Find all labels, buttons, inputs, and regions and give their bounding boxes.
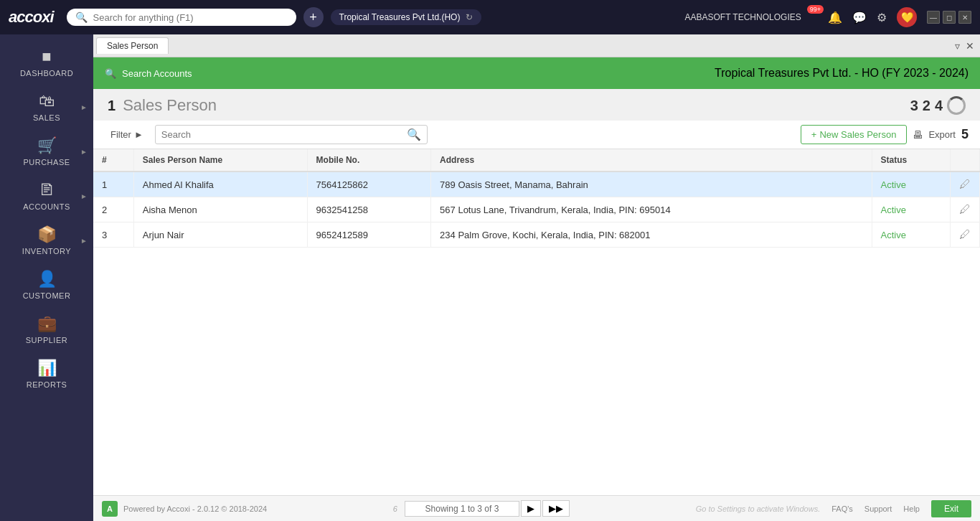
export-button[interactable]: Export <box>928 129 956 140</box>
search-icon: 🔍 <box>407 128 421 141</box>
sidebar-item-label: REPORTS <box>27 380 67 389</box>
pagination: Showing 1 to 3 of 3 ▶ ▶▶ <box>405 500 570 517</box>
close-window-button[interactable]: ✕ <box>958 11 971 24</box>
next-page-button[interactable]: ▶ <box>521 500 541 517</box>
cell-address: 234 Palm Grove, Kochi, Kerala, India, PI… <box>431 222 872 248</box>
new-sales-person-label: New Sales Person <box>819 129 896 140</box>
new-sales-person-button[interactable]: + New Sales Person <box>801 125 908 144</box>
num1-label: 1 <box>108 98 116 114</box>
edit-icon[interactable]: 🖊 <box>959 203 971 215</box>
print-button[interactable]: 🖶 <box>913 129 923 141</box>
company-info: Tropical Treasures Pvt Ltd. - HO (FY 202… <box>715 67 969 80</box>
chevron-right-icon: ► <box>80 103 88 111</box>
sidebar-item-supplier[interactable]: 💼 SUPPLIER <box>0 307 93 352</box>
col-mobile: Mobile No. <box>307 149 431 172</box>
supplier-icon: 💼 <box>37 314 57 333</box>
sidebar-item-label: CUSTOMER <box>23 291 71 300</box>
cell-action[interactable]: 🖊 <box>951 222 980 248</box>
cell-status: Active <box>872 197 950 222</box>
cell-action[interactable]: 🖊 <box>951 197 980 222</box>
search-accounts-label: Search Accounts <box>122 68 192 79</box>
table-row[interactable]: 1 Ahmed Al Khalifa 7564125862 789 Oasis … <box>93 172 980 197</box>
sidebar-item-purchase[interactable]: 🛒 PURCHASE ► <box>0 129 93 174</box>
cell-mobile: 9652412589 <box>307 222 431 248</box>
cell-mobile: 9632541258 <box>307 197 431 222</box>
page-section-flex: 1 Sales Person 3 2 4 <box>108 96 966 115</box>
restore-button[interactable]: ◻ <box>943 11 956 24</box>
page-section: 1 Sales Person 3 2 4 <box>93 89 980 121</box>
edit-icon[interactable]: 🖊 <box>959 178 971 190</box>
cell-num: 3 <box>93 222 133 248</box>
cell-status: Active <box>872 172 950 197</box>
chat-icon[interactable]: 💬 <box>852 11 867 24</box>
col-status: Status <box>872 149 950 172</box>
accounts-icon: 🖹 <box>39 181 55 200</box>
sales-person-table: # Sales Person Name Mobile No. Address S… <box>93 149 980 248</box>
powered-logo: A <box>102 501 118 517</box>
notification-count: 99+ <box>807 5 824 14</box>
search-input[interactable] <box>93 12 288 23</box>
gear-icon[interactable]: ⚙ <box>877 11 887 24</box>
customer-icon: 👤 <box>37 270 57 288</box>
search-icon: 🔍 <box>75 11 88 23</box>
avatar[interactable]: 💛 <box>897 7 917 27</box>
sidebar-item-inventory[interactable]: 📦 INVENTORY ► <box>0 218 93 263</box>
num4-label: 4 <box>935 98 943 114</box>
tab-actions: ▿ ✕ <box>955 40 980 52</box>
support-link[interactable]: Support <box>864 504 892 513</box>
refresh-icon[interactable]: ↻ <box>466 12 473 22</box>
add-button[interactable]: + <box>303 7 324 27</box>
global-search-bar[interactable]: 🔍 <box>67 9 296 26</box>
pin-tab-button[interactable]: ▿ <box>955 40 960 52</box>
help-link[interactable]: Help <box>903 504 920 513</box>
pagination-info: Showing 1 to 3 of 3 <box>405 501 519 517</box>
topbar-right: AABASOFT TECHNOLOGIES 99+ 🔔 💬 ⚙ 💛 — ◻ ✕ <box>684 7 971 27</box>
sidebar-item-sales[interactable]: 🛍 SALES ► <box>0 85 93 129</box>
close-tab-button[interactable]: ✕ <box>966 40 974 52</box>
table-row[interactable]: 3 Arjun Nair 9652412589 234 Palm Grove, … <box>93 222 980 248</box>
col-name: Sales Person Name <box>133 149 307 172</box>
toolbar-search-input[interactable] <box>161 129 402 140</box>
powered-by: A Powered by Accoxi - 2.0.12 © 2018-2024 <box>102 501 267 517</box>
chevron-right-icon: ► <box>80 148 88 156</box>
topbar: accoxi 🔍 + Tropical Treasures Pvt Ltd.(H… <box>0 0 980 34</box>
inventory-icon: 📦 <box>37 225 57 244</box>
sidebar-item-label: INVENTORY <box>22 247 71 255</box>
bell-icon[interactable]: 🔔 <box>828 11 842 24</box>
col-action <box>951 149 980 172</box>
sidebar-item-reports[interactable]: 📊 REPORTS <box>0 352 93 396</box>
sidebar-item-accounts[interactable]: 🖹 ACCOUNTS ► <box>0 174 93 218</box>
cell-action[interactable]: 🖊 <box>951 172 980 197</box>
cell-mobile: 7564125862 <box>307 172 431 197</box>
chevron-right-icon: ► <box>80 237 88 245</box>
tab-sales-person[interactable]: Sales Person <box>96 37 169 54</box>
toolbar: Filter ► 🔍 + New Sales Person 🖶 Export 5 <box>93 121 980 149</box>
edit-icon[interactable]: 🖊 <box>959 228 971 240</box>
filter-button[interactable]: Filter ► <box>105 126 149 143</box>
company-pill[interactable]: Tropical Treasures Pvt Ltd.(HO) ↻ <box>331 9 482 25</box>
cell-name: Aisha Menon <box>133 197 307 222</box>
sidebar-item-label: PURCHASE <box>23 158 70 166</box>
sidebar-item-label: DASHBOARD <box>20 69 73 78</box>
refresh-circle-icon[interactable] <box>947 96 966 115</box>
chevron-right-icon: ► <box>134 129 143 140</box>
filter-label: Filter <box>110 129 131 140</box>
sidebar-item-label: ACCOUNTS <box>23 202 70 211</box>
col-address: Address <box>431 149 872 172</box>
cell-name: Arjun Nair <box>133 222 307 248</box>
company-name: Tropical Treasures Pvt Ltd.(HO) <box>339 12 461 22</box>
faqs-link[interactable]: FAQ's <box>831 504 853 513</box>
sidebar-item-customer[interactable]: 👤 CUSTOMER <box>0 263 93 307</box>
sidebar-item-dashboard[interactable]: ■ DASHBOARD <box>0 40 93 85</box>
last-page-button[interactable]: ▶▶ <box>542 500 570 517</box>
tab-bar: Sales Person ▿ ✕ <box>93 34 980 57</box>
table-row[interactable]: 2 Aisha Menon 9632541258 567 Lotus Lane,… <box>93 197 980 222</box>
exit-button[interactable]: Exit <box>931 500 971 517</box>
cell-num: 2 <box>93 197 133 222</box>
search-accounts-button[interactable]: 🔍 Search Accounts <box>105 68 192 79</box>
cell-status: Active <box>872 222 950 248</box>
toolbar-search-bar[interactable]: 🔍 <box>155 125 428 144</box>
cell-address: 789 Oasis Street, Manama, Bahrain <box>431 172 872 197</box>
minimize-button[interactable]: — <box>927 11 940 24</box>
num5-label: 5 <box>961 127 969 142</box>
